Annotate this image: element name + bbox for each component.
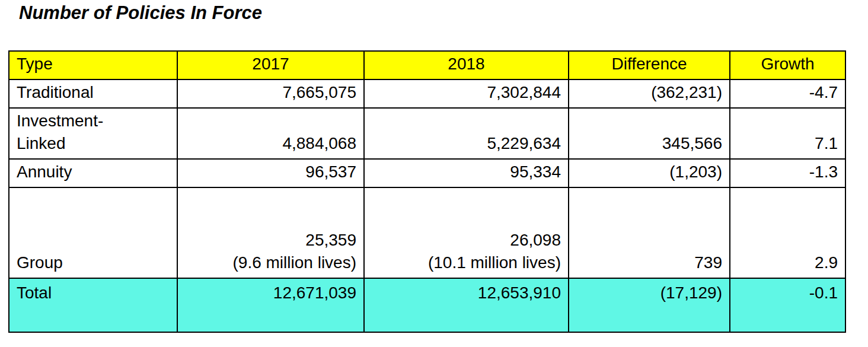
- cell-traditional-type: Traditional: [9, 79, 177, 108]
- cell-total-2018: 12,653,910: [364, 278, 569, 332]
- cell-annuity-2017: 96,537: [177, 159, 364, 187]
- cell-total-type: Total: [9, 278, 177, 332]
- header-2018: 2018: [364, 51, 569, 79]
- table-row-investment-linked: Investment- Linked 4,884,068 5,229,634 3…: [9, 108, 845, 159]
- cell-investment-type: Investment- Linked: [9, 108, 177, 159]
- cell-traditional-difference: (362,231): [569, 79, 730, 108]
- table-row-annuity: Annuity 96,537 95,334 (1,203) -1.3: [9, 159, 845, 187]
- table-row-group: Group 25,359 (9.6 million lives) 26,098 …: [9, 187, 845, 278]
- cell-group-2017: 25,359 (9.6 million lives): [177, 187, 364, 278]
- cell-annuity-2018: 95,334: [364, 159, 569, 187]
- header-type: Type: [9, 51, 177, 79]
- cell-traditional-2017: 7,665,075: [177, 79, 364, 108]
- cell-total-2017: 12,671,039: [177, 278, 364, 332]
- cell-total-difference: (17,129): [569, 278, 730, 332]
- cell-group-difference: 739: [569, 187, 730, 278]
- table-row-traditional: Traditional 7,665,075 7,302,844 (362,231…: [9, 79, 845, 108]
- cell-investment-growth: 7.1: [730, 108, 845, 159]
- header-difference: Difference: [569, 51, 730, 79]
- header-2017: 2017: [177, 51, 364, 79]
- cell-annuity-growth: -1.3: [730, 159, 845, 187]
- cell-total-growth: -0.1: [730, 278, 845, 332]
- header-growth: Growth: [730, 51, 845, 79]
- cell-investment-difference: 345,566: [569, 108, 730, 159]
- cell-investment-2018: 5,229,634: [364, 108, 569, 159]
- cell-group-growth: 2.9: [730, 187, 845, 278]
- cell-annuity-type: Annuity: [9, 159, 177, 187]
- cell-traditional-2018: 7,302,844: [364, 79, 569, 108]
- cell-investment-2017: 4,884,068: [177, 108, 364, 159]
- cell-annuity-difference: (1,203): [569, 159, 730, 187]
- cell-group-type: Group: [9, 187, 177, 278]
- table-header-row: Type 2017 2018 Difference Growth: [9, 51, 845, 79]
- table-row-total: Total 12,671,039 12,653,910 (17,129) -0.…: [9, 278, 845, 332]
- cell-group-2018: 26,098 (10.1 million lives): [364, 187, 569, 278]
- cell-traditional-growth: -4.7: [730, 79, 845, 108]
- policies-in-force-table: Type 2017 2018 Difference Growth Traditi…: [8, 50, 846, 333]
- page-title: Number of Policies In Force: [19, 2, 262, 24]
